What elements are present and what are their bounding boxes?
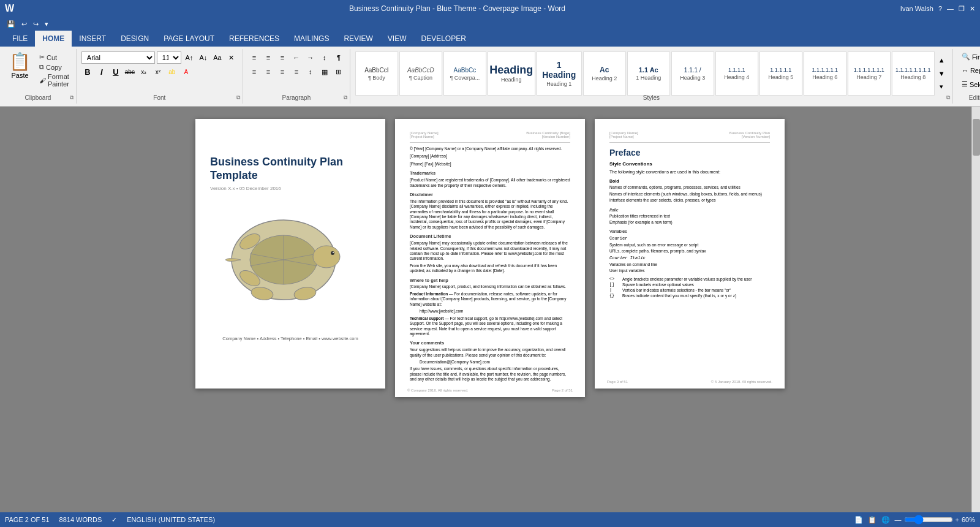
replace-button[interactable]: ↔ Replace xyxy=(958,66,980,75)
tab-mailings[interactable]: MAILINGS xyxy=(287,31,336,47)
clear-format-button[interactable]: ✕ xyxy=(225,51,238,64)
status-right: 📄 📋 🌐 — + 60% xyxy=(854,515,975,525)
clipboard-dialog-launcher[interactable]: ⧉ xyxy=(70,94,74,101)
redo-quick-btn[interactable]: ↪ xyxy=(31,19,40,29)
change-case-button[interactable]: Aa xyxy=(211,51,224,64)
tab-view[interactable]: VIEW xyxy=(380,31,414,47)
font-row-1: Arial 11 A↑ A↓ Aa ✕ xyxy=(81,51,238,64)
view-web-icon[interactable]: 🌐 xyxy=(881,516,890,524)
shading-button[interactable]: ▦ xyxy=(318,66,331,78)
disclaimer-heading: Disclaimer xyxy=(410,192,570,198)
styles-expand-button[interactable]: ▲ ▼ ▾ xyxy=(936,51,948,96)
page3-version: [Version Number] xyxy=(729,135,770,138)
style-heading1[interactable]: 1 Heading Heading 1 xyxy=(537,51,582,96)
style-heading[interactable]: Heading Heading xyxy=(488,51,535,96)
view-normal-icon[interactable]: 📄 xyxy=(854,516,863,524)
close-btn[interactable]: ✕ xyxy=(970,5,975,13)
align-left-button[interactable]: ≡ xyxy=(248,66,260,78)
font-family-select[interactable]: Arial xyxy=(81,51,155,64)
zoom-slider[interactable] xyxy=(904,515,953,525)
doc-lifetime-body1: [Company Name] may occasionally update o… xyxy=(410,241,570,262)
multilevel-list-button[interactable]: ≡ xyxy=(276,51,288,64)
style-heading5-label: Heading 4 xyxy=(724,74,749,80)
style-heading4[interactable]: 1.1.1 / Heading 3 xyxy=(671,51,714,96)
convention-italic-desc2: Emphasis (for example a new term) xyxy=(609,220,770,225)
decrease-indent-button[interactable]: ← xyxy=(290,51,303,64)
style-coverpage[interactable]: AaBbCc ¶ Coverpa... xyxy=(443,51,486,96)
style-caption[interactable]: AaBbCcD ¶ Caption xyxy=(399,51,442,96)
customize-quick-btn[interactable]: ▾ xyxy=(43,19,50,29)
paste-button[interactable]: 📋 Paste xyxy=(5,51,35,81)
status-bar: PAGE 2 OF 51 8814 WORDS ✓ ENGLISH (UNITE… xyxy=(0,512,980,527)
restore-btn[interactable]: ❐ xyxy=(959,5,965,13)
tab-references[interactable]: REFERENCES xyxy=(222,31,287,47)
find-button[interactable]: 🔍 Find xyxy=(958,51,980,62)
line-spacing-button[interactable]: ↕ xyxy=(304,66,317,78)
zoom-in-btn[interactable]: + xyxy=(956,516,959,523)
turtle-illustration xyxy=(210,199,357,321)
format-painter-button[interactable]: 🖌 Format Painter xyxy=(37,72,71,88)
style-heading2[interactable]: Ac Heading 2 xyxy=(583,51,626,96)
font-color-button[interactable]: A xyxy=(180,66,192,78)
numbered-list-button[interactable]: ≡ xyxy=(262,51,274,64)
copy-button[interactable]: ⧉ Copy xyxy=(37,63,71,72)
align-right-button[interactable]: ≡ xyxy=(276,66,288,78)
bullet-list-button[interactable]: ≡ xyxy=(248,51,260,64)
align-center-button[interactable]: ≡ xyxy=(262,66,274,78)
page2-project-name: [Project Name] xyxy=(410,135,439,138)
font-dialog-launcher[interactable]: ⧉ xyxy=(236,94,240,101)
borders-button[interactable]: ⊞ xyxy=(333,66,345,78)
vertical-scrollbar[interactable] xyxy=(971,107,980,512)
tab-developer[interactable]: DEVELOPER xyxy=(413,31,473,47)
show-formatting-button[interactable]: ¶ xyxy=(333,51,345,64)
style-heading5[interactable]: 1.1.1.1 Heading 4 xyxy=(715,51,758,96)
tab-page-layout[interactable]: PAGE LAYOUT xyxy=(156,31,222,47)
para-dialog-launcher[interactable]: ⧉ xyxy=(344,94,347,101)
increase-indent-button[interactable]: → xyxy=(304,51,317,64)
style-heading8[interactable]: 1.1.1.1.1.1.1 Heading 7 xyxy=(848,51,891,96)
language-indicator: ENGLISH (UNITED STATES) xyxy=(127,516,215,523)
tab-file[interactable]: FILE xyxy=(5,31,35,47)
undo-quick-btn[interactable]: ↩ xyxy=(20,19,29,29)
highlight-button[interactable]: ab xyxy=(166,66,178,78)
style-heading8-preview: 1.1.1.1.1.1.1 xyxy=(854,67,884,73)
title-bar-title: Business Continuity Plan - Blue Theme - … xyxy=(14,4,900,13)
style-heading-preview: Heading xyxy=(489,64,533,75)
style-heading9[interactable]: 1.1.1.1.1.1.1.1 Heading 8 xyxy=(892,51,935,96)
style-heading6[interactable]: 1.1.1.1.1 Heading 5 xyxy=(760,51,802,96)
page2-footer: © Company 2016. All rights reserved. Pag… xyxy=(407,389,573,392)
tab-review[interactable]: REVIEW xyxy=(336,31,380,47)
minimize-btn[interactable]: — xyxy=(947,5,954,12)
help-btn[interactable]: ? xyxy=(938,5,942,12)
convention-courier-desc3: Variables on command line xyxy=(609,262,770,267)
disclaimer-body: The information provided in this documen… xyxy=(410,199,570,230)
styles-dialog-launcher[interactable]: ⧉ xyxy=(946,94,950,101)
symbols-table: <> Angle brackets enclose parameter or v… xyxy=(609,276,770,298)
subscript-button[interactable]: x₂ xyxy=(138,66,150,78)
shrink-font-button[interactable]: A↓ xyxy=(197,51,209,64)
styles-group: AaBbCcI ¶ Body AaBbCcD ¶ Caption AaBbCc … xyxy=(350,49,953,104)
sort-button[interactable]: ↕ xyxy=(318,51,331,64)
style-body[interactable]: AaBbCcI ¶ Body xyxy=(355,51,398,96)
style-heading7[interactable]: 1.1.1.1.1.1 Heading 6 xyxy=(804,51,846,96)
tab-design[interactable]: DESIGN xyxy=(113,31,156,47)
strikethrough-button[interactable]: abc xyxy=(124,66,136,78)
font-size-select[interactable]: 11 xyxy=(157,51,181,64)
superscript-button[interactable]: x² xyxy=(152,66,164,78)
tab-home[interactable]: HOME xyxy=(35,31,72,47)
bold-button[interactable]: B xyxy=(81,66,94,78)
zoom-out-btn[interactable]: — xyxy=(895,516,902,523)
doc-lifetime-body2: From the Web site, you may also download… xyxy=(410,264,570,274)
scrollbar-thumb[interactable] xyxy=(973,119,980,156)
view-read-icon[interactable]: 📋 xyxy=(868,516,876,524)
italic-button[interactable]: I xyxy=(96,66,108,78)
cut-button[interactable]: ✂ Cut xyxy=(37,53,71,62)
underline-button[interactable]: U xyxy=(110,66,122,78)
tab-insert[interactable]: INSERT xyxy=(72,31,113,47)
save-quick-btn[interactable]: 💾 xyxy=(5,19,17,29)
para-row-1: ≡ ≡ ≡ ← → ↕ ¶ xyxy=(248,51,345,64)
style-heading3[interactable]: 1.1 Ac 1 Heading xyxy=(627,51,670,96)
grow-font-button[interactable]: A↑ xyxy=(183,51,195,64)
select-button[interactable]: ☰ Select - xyxy=(958,79,980,89)
justify-button[interactable]: ≡ xyxy=(290,66,303,78)
